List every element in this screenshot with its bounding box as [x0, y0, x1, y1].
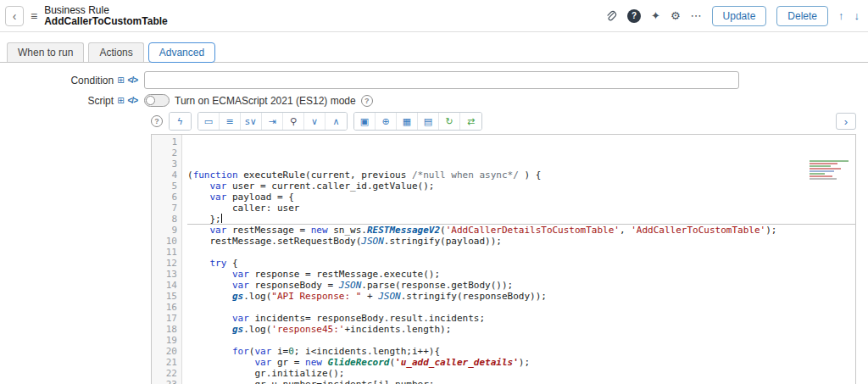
line-number: 7: [152, 203, 177, 214]
code-line[interactable]: };: [187, 214, 855, 225]
line-number: 8: [152, 214, 177, 225]
comment-code-button[interactable]: ▭: [198, 113, 220, 130]
field-edit-icon[interactable]: ⊞: [117, 75, 124, 85]
line-number: 5: [152, 181, 177, 192]
previous-record-icon[interactable]: ↑: [838, 9, 844, 22]
line-number: 21: [152, 357, 177, 368]
format-code-icon: ϟ: [177, 116, 183, 127]
line-number: 2: [152, 147, 177, 159]
chevron-up-icon: ∧: [332, 116, 339, 127]
find-next-button[interactable]: ∨: [304, 113, 326, 130]
toggle-knob: [146, 96, 155, 105]
editor-help-icon[interactable]: ?: [151, 115, 163, 127]
expand-editor-button[interactable]: ›: [836, 113, 856, 130]
script-row: Script ⊞ </> Turn on ECMAScript 2021 (ES…: [0, 94, 868, 107]
preview-button[interactable]: ▣: [354, 113, 376, 130]
help-icon[interactable]: ?: [627, 9, 641, 23]
line-number: 19: [152, 335, 177, 346]
code-line[interactable]: var payload = {: [187, 192, 855, 203]
code-line[interactable]: var response = restMessage.execute();: [187, 269, 855, 280]
code-line[interactable]: var user = current.caller_id.getValue();: [187, 181, 855, 192]
preview-icon: ▣: [360, 116, 369, 127]
code-line[interactable]: gr.u_number=incidents[i].number;: [187, 379, 855, 384]
line-number: 22: [152, 368, 177, 379]
attachment-icon[interactable]: [605, 10, 617, 22]
condition-label-group: Condition ⊞ </>: [0, 75, 144, 86]
toggle-help-icon[interactable]: ?: [361, 95, 373, 107]
code-line[interactable]: for(var i=0; i<incidents.length;i++){: [187, 346, 855, 357]
code-line[interactable]: [187, 302, 855, 313]
magic-wand-icon[interactable]: ✦: [651, 9, 660, 22]
code-line[interactable]: gs.log('response45:'+incidents.length);: [187, 324, 855, 335]
editor-gutter: 1234567891011121314151617181920212223: [152, 135, 182, 384]
code-line[interactable]: [187, 335, 855, 346]
line-number: 11: [152, 247, 177, 258]
back-button[interactable]: ‹: [5, 6, 24, 26]
code-icon[interactable]: </>: [128, 96, 137, 105]
minimap: [810, 137, 849, 203]
calculator-icon: ▦: [403, 116, 411, 127]
code-line[interactable]: var restMessage = new sn_ws.RESTMessageV…: [187, 225, 855, 236]
calculator-button[interactable]: ▦: [397, 113, 418, 130]
indent-icon: ⇥: [268, 116, 275, 127]
save-button[interactable]: ▤: [418, 113, 439, 130]
record-header: ‹ ≡ Business Rule AddCallerToCustomTable…: [0, 0, 868, 32]
api-docs-button[interactable]: ⊕: [376, 113, 397, 130]
format-code-button[interactable]: ϟ: [170, 113, 191, 130]
more-options-icon[interactable]: ⋯: [691, 9, 702, 22]
comment-icon: ▭: [204, 116, 213, 127]
script-sync-button[interactable]: ↻: [439, 113, 460, 130]
chevron-right-icon: ›: [844, 115, 848, 128]
settings-sliders-icon[interactable]: ⚙: [670, 9, 681, 22]
script-editor[interactable]: 1234567891011121314151617181920212223 (f…: [151, 134, 856, 384]
line-number: 16: [152, 302, 177, 313]
text-cursor: [221, 214, 222, 223]
back-chevron-icon: ‹: [13, 9, 17, 23]
replace-button[interactable]: s∨: [241, 113, 262, 130]
code-icon[interactable]: </>: [128, 75, 137, 85]
field-edit-icon[interactable]: ⊞: [117, 96, 124, 105]
delete-button[interactable]: Delete: [776, 6, 828, 26]
chevron-down-icon: ∨: [311, 116, 318, 127]
line-number: 10: [152, 236, 177, 247]
swap-arrows-icon: ⇄: [467, 116, 475, 127]
sync-icon: ↻: [445, 116, 453, 127]
line-number: 20: [152, 346, 177, 357]
line-number: 1: [152, 136, 177, 147]
record-tabs: When to run Actions Advanced: [0, 42, 868, 63]
background-script-button[interactable]: ⇄: [460, 113, 481, 130]
code-line[interactable]: var gr = new GlideRecord('u_add_caller_d…: [187, 357, 855, 368]
search-button[interactable]: ⚲: [283, 113, 304, 130]
editor-code[interactable]: (function executeRule(current, previous …: [182, 135, 855, 384]
code-line[interactable]: (function executeRule(current, previous …: [187, 170, 855, 181]
code-line[interactable]: restMessage.setRequestBody(JSON.stringif…: [187, 236, 855, 247]
ecmascript-toggle[interactable]: [144, 94, 170, 107]
replace-icon: s∨: [245, 116, 257, 127]
uncomment-code-button[interactable]: ≡: [220, 113, 241, 130]
next-record-icon[interactable]: ↓: [854, 9, 860, 22]
code-line[interactable]: var responseBody = JSON.parse(response.g…: [187, 280, 855, 291]
update-button[interactable]: Update: [712, 6, 767, 26]
editor-toolbar-groups: ϟ▭≡s∨⇥⚲∨∧▣⊕▦▤↻⇄: [169, 112, 482, 131]
magnifier-icon: ⚲: [290, 116, 297, 127]
code-line[interactable]: gs.log("API Response: " + JSON.stringify…: [187, 291, 855, 302]
line-number: 13: [152, 269, 177, 280]
code-line[interactable]: try {: [187, 258, 855, 269]
condition-input[interactable]: [144, 71, 739, 89]
tab-when-to-run[interactable]: When to run: [7, 42, 84, 62]
tab-actions[interactable]: Actions: [88, 42, 143, 62]
condition-row: Condition ⊞ </>: [0, 71, 868, 89]
tab-advanced[interactable]: Advanced: [148, 42, 215, 63]
line-number: 6: [152, 192, 177, 203]
find-previous-button[interactable]: ∧: [326, 113, 347, 130]
record-type-label: Business Rule: [44, 5, 168, 16]
record-name-label: AddCallerToCustomTable: [44, 16, 168, 27]
line-number: 15: [152, 291, 177, 302]
context-menu-icon[interactable]: ≡: [31, 9, 37, 23]
code-line[interactable]: gr.initialize();: [187, 368, 855, 379]
code-line[interactable]: [187, 247, 855, 258]
line-number: 4: [152, 170, 177, 181]
code-line[interactable]: caller: user: [187, 203, 855, 214]
indent-button[interactable]: ⇥: [262, 113, 283, 130]
code-line[interactable]: var incidents= responseBody.result.incid…: [187, 313, 855, 324]
